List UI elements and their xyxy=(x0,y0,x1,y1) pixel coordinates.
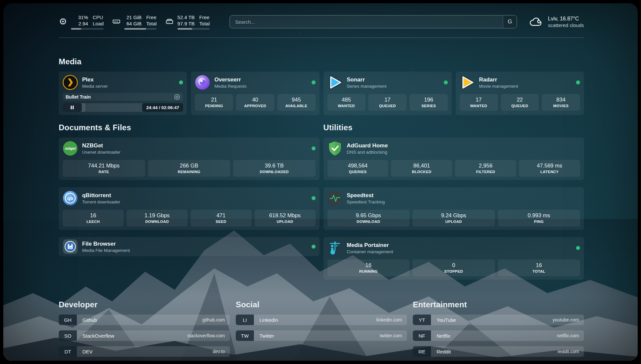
stat-box: 47.569 ms LATENCY xyxy=(519,160,580,177)
status-dot xyxy=(312,196,316,200)
stat-box: 16 RUNNING xyxy=(327,259,410,276)
weather-location-temp: Lviv, 16.87°C xyxy=(548,15,584,22)
bookmark-group-social: Social LI LinkedIn linkedin.com TW Twitt… xyxy=(236,300,407,357)
service-description: Media Requests xyxy=(214,83,247,89)
bookmark-reddit[interactable]: RE Reddit reddit.com xyxy=(413,346,584,357)
bookmark-abbr: LI xyxy=(236,315,254,325)
memory-progress-bar xyxy=(124,28,157,30)
disk-icon xyxy=(165,17,174,26)
bookmark-name: YouTube xyxy=(437,317,456,323)
pause-button[interactable] xyxy=(63,103,82,112)
service-card-sonarr[interactable]: Sonarr Series management 485 WANTED 17 Q… xyxy=(323,72,452,115)
cpu-icon xyxy=(59,17,67,26)
stat-box: 471 SEED xyxy=(191,210,252,227)
cpu-label: CPU xyxy=(93,14,104,20)
bookmark-domain: youtube.com xyxy=(553,317,579,322)
session-expand-icon[interactable] xyxy=(174,94,180,100)
section-utilities: Utilities AdGuard Home xyxy=(323,123,584,280)
status-dot xyxy=(576,80,580,84)
stat-box: 39.6 TB DOWNLOADED xyxy=(233,160,316,177)
bookmark-domain: dev.to xyxy=(213,349,225,354)
memory-resource-widget: 21 GiB 64 GiB Free Total xyxy=(112,14,157,30)
player-progress-bar: 24:44 / 02:06:47 xyxy=(63,103,183,112)
bookmark-abbr: SO xyxy=(59,330,77,341)
bookmark-name: Github xyxy=(82,317,97,323)
cpu-usage-value: 31% xyxy=(71,14,88,20)
bookmark-youtube[interactable]: YT YouTube youtube.com xyxy=(413,315,584,325)
service-card-adguard[interactable]: AdGuard Home DNS and adblocking 498,564 … xyxy=(323,137,584,180)
plex-icon xyxy=(63,75,78,90)
service-description: Media File Management xyxy=(82,248,130,253)
service-card-nzbget[interactable]: nzbget NZBGet Usenet downloader 744.21 M… xyxy=(59,137,320,180)
bookmark-abbr: RE xyxy=(413,346,431,357)
bookmark-dev[interactable]: DT DEV dev.to xyxy=(59,346,230,357)
stat-box: 498,564 QUERIES xyxy=(327,160,388,177)
bookmark-linkedin[interactable]: LI LinkedIn linkedin.com xyxy=(236,315,407,325)
bookmark-netflix[interactable]: NF Netflix netflix.com xyxy=(413,330,584,341)
bookmark-twitter[interactable]: TW Twitter twitter.com xyxy=(236,330,407,341)
speedtest-icon xyxy=(327,191,343,206)
disk-free-value: 52.4 TB xyxy=(177,14,195,20)
bookmark-domain: linkedin.com xyxy=(376,317,402,322)
service-name: Overseerr xyxy=(214,76,247,83)
service-card-plex[interactable]: Plex Media server Bullet Train xyxy=(59,72,187,115)
bookmark-group-title: Social xyxy=(236,300,407,309)
search-input[interactable] xyxy=(230,15,503,28)
bookmark-name: Twitter xyxy=(259,333,274,339)
weather-condition: scattered clouds xyxy=(548,22,584,28)
service-name: File Browser xyxy=(82,240,130,247)
nzbget-icon: nzbget xyxy=(63,141,78,156)
stat-box: 0.993 ms PING xyxy=(498,210,580,227)
now-playing-row: Bullet Train xyxy=(63,93,183,101)
cpu-progress-bar xyxy=(71,28,104,30)
status-dot xyxy=(312,245,316,249)
search-provider-button[interactable]: G xyxy=(503,15,517,28)
bookmark-abbr: GH xyxy=(59,315,77,325)
memory-free-label: Free xyxy=(146,14,157,20)
cloud-icon xyxy=(529,16,543,27)
stat-box: 1.19 Gbps DOWNLOAD xyxy=(127,210,188,227)
stat-box: 16 LEECH xyxy=(63,210,124,227)
service-name: Plex xyxy=(82,76,108,83)
stat-box: 21 PENDING xyxy=(195,94,233,111)
service-description: Series management xyxy=(347,83,387,89)
sonarr-icon xyxy=(327,75,343,90)
stat-box: 196 SERIES xyxy=(410,94,448,111)
snow-specks xyxy=(3,3,4,4)
section-title-documents: Documents & Files xyxy=(59,123,320,132)
now-playing-title: Bullet Train xyxy=(66,94,91,100)
overseerr-icon xyxy=(195,75,210,90)
bookmark-name: Reddit xyxy=(437,349,451,354)
bookmark-domain: twitter.com xyxy=(380,333,402,338)
service-card-overseerr[interactable]: Overseerr Media Requests 21 PENDING 40 A… xyxy=(191,72,319,115)
section-title-media: Media xyxy=(59,57,584,66)
memory-total-label: Total xyxy=(146,20,157,27)
adguard-icon xyxy=(327,141,343,156)
bookmark-github[interactable]: GH Github github.com xyxy=(59,315,230,325)
service-description: Container management xyxy=(347,249,393,255)
bookmark-domain: reddit.com xyxy=(558,349,579,354)
bookmark-group-title: Developer xyxy=(59,300,230,309)
bookmark-stackoverflow[interactable]: SO StackOverflow stackoverflow.com xyxy=(59,330,230,341)
service-card-qbittorrent[interactable]: qb qBittorrent Torrent downloader 16 LEE… xyxy=(59,187,320,230)
service-description: Usenet downloader xyxy=(82,149,120,155)
bookmark-abbr: YT xyxy=(413,315,431,325)
stat-box: 2,956 FILTERED xyxy=(455,160,516,177)
service-name: qBittorrent xyxy=(82,192,120,199)
bookmark-abbr: TW xyxy=(236,330,254,341)
stat-box: 485 WANTED xyxy=(327,94,366,111)
disk-resource-widget: 52.4 TB 97.9 TB Free Total xyxy=(165,14,210,30)
service-card-radarr[interactable]: Radarr Movie management 17 WANTED 22 QUE… xyxy=(456,72,584,115)
weather-widget[interactable]: Lviv, 16.87°C scattered clouds xyxy=(529,15,584,28)
memory-free-value: 21 GiB xyxy=(124,14,141,20)
service-card-portainer[interactable]: Media Portainer Container management 16 … xyxy=(323,237,584,280)
status-dot xyxy=(444,80,448,84)
top-bar: 31% 2.94 CPU Load xyxy=(59,13,584,30)
service-card-speedtest[interactable]: Speedtest Speedtest Tracking 9.65 Gbps D… xyxy=(323,187,584,230)
radarr-icon xyxy=(460,75,475,90)
status-dot xyxy=(179,80,183,84)
svg-text:nzbget: nzbget xyxy=(65,147,76,150)
qbittorrent-icon: qb xyxy=(63,191,78,206)
bookmark-group-title: Entertainment xyxy=(413,300,584,309)
service-card-filebrowser[interactable]: File Browser Media File Management xyxy=(59,237,320,256)
